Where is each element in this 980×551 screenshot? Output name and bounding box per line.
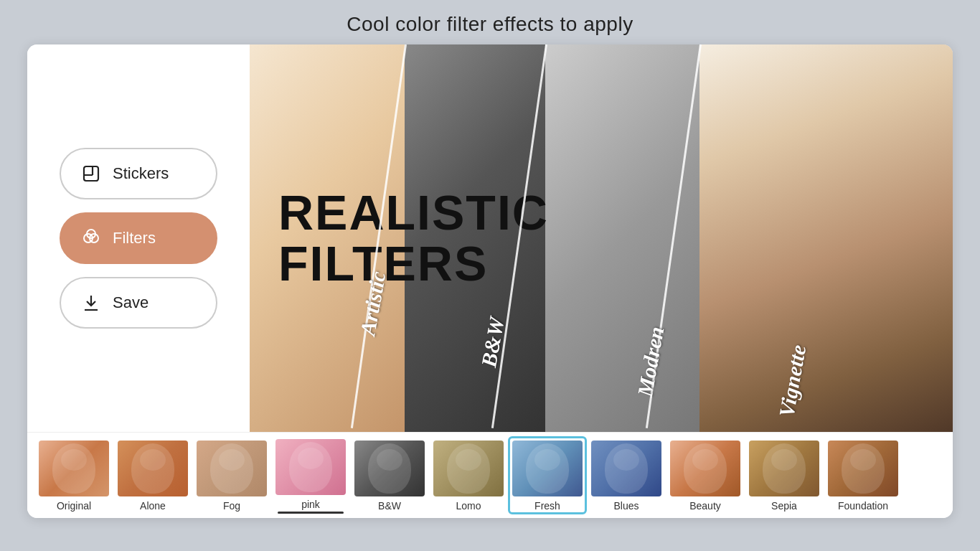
filter-thumb-bw [354, 441, 425, 496]
filter-item-beauty[interactable]: Beauty [666, 436, 745, 514]
filter-name-original: Original [57, 500, 91, 512]
filter-thumb-fresh [512, 441, 583, 496]
filter-name-beauty: Beauty [689, 500, 721, 512]
filters-button[interactable]: Filters [60, 212, 217, 264]
filter-item-fresh[interactable]: Fresh [508, 436, 587, 514]
save-button[interactable]: Save [60, 277, 217, 329]
save-icon [81, 293, 101, 313]
filter-name-alone: Alone [140, 500, 166, 512]
filter-item-blues[interactable]: Blues [587, 436, 666, 514]
save-label: Save [113, 293, 149, 312]
big-title-line2: FILTERS [278, 238, 549, 289]
filter-item-pink[interactable]: pink [271, 435, 350, 517]
main-card: Stickers Filters [27, 44, 953, 518]
svg-rect-0 [84, 166, 98, 181]
filter-item-sepia[interactable]: Sepia [745, 436, 824, 514]
filter-thumb-foundation [828, 441, 898, 496]
filter-name-foundation: Foundation [838, 500, 888, 512]
filter-name-fresh: Fresh [534, 500, 560, 512]
panel-modern [545, 44, 700, 432]
filter-thumb-original [39, 441, 109, 496]
left-panel: Stickers Filters [27, 44, 250, 432]
top-headline: Cool color filter effects to apply [347, 13, 633, 36]
image-area: REALISTIC FILTERS Artistic B&W Modren Vi… [250, 44, 953, 432]
filter-item-bw[interactable]: B&W [350, 436, 429, 514]
filters-label: Filters [113, 229, 156, 248]
filter-name-lomo: Lomo [456, 500, 481, 512]
filter-thumb-lomo [433, 441, 504, 496]
filter-thumb-sepia [749, 441, 819, 496]
filter-thumb-beauty [670, 441, 740, 496]
filter-thumb-alone [118, 441, 188, 496]
filter-name-pink: pink [301, 499, 320, 510]
filter-item-lomo[interactable]: Lomo [429, 436, 508, 514]
filter-thumb-fog [197, 441, 267, 496]
filter-name-sepia: Sepia [771, 500, 797, 512]
stickers-icon [81, 164, 101, 184]
stickers-label: Stickers [113, 164, 169, 183]
filters-icon [81, 228, 101, 248]
big-title-line1: REALISTIC [278, 187, 549, 238]
filter-item-alone[interactable]: Alone [113, 436, 192, 514]
filter-strip: Original Alone Fog pink B&W Lomo [27, 432, 953, 518]
stickers-button[interactable]: Stickers [60, 148, 217, 199]
filter-underline-pink [278, 512, 344, 514]
filter-name-fog: Fog [223, 500, 240, 512]
filter-item-fog[interactable]: Fog [192, 436, 271, 514]
filter-name-blues: Blues [613, 500, 639, 512]
filter-name-bw: B&W [378, 500, 401, 512]
big-title: REALISTIC FILTERS [278, 187, 549, 290]
filter-item-original[interactable]: Original [34, 436, 113, 514]
filter-thumb-pink [275, 439, 346, 495]
filter-item-foundation[interactable]: Foundation [824, 436, 903, 514]
filter-thumb-blues [591, 441, 661, 496]
